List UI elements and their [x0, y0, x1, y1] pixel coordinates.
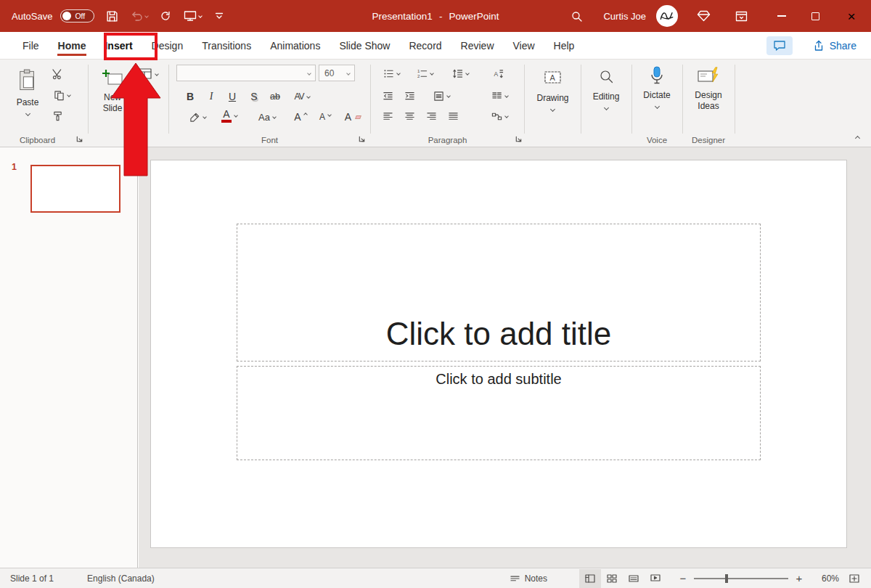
tab-slide-show[interactable]: Slide Show [330, 32, 399, 59]
zoom-slider-thumb[interactable] [725, 574, 728, 583]
tab-file[interactable]: File [13, 32, 49, 59]
tab-transitions[interactable]: Transitions [192, 32, 261, 59]
font-size-combo[interactable]: 60 [319, 65, 355, 81]
search-icon [571, 10, 583, 23]
dictate-chevron-icon [654, 104, 659, 109]
font-group-label: Font [169, 136, 370, 144]
bullets-chevron-icon [396, 71, 401, 75]
dictate-button[interactable]: Dictate [636, 62, 678, 136]
paste-button[interactable]: Paste [10, 62, 45, 136]
zoom-out-button[interactable]: − [676, 569, 690, 588]
cut-button[interactable] [49, 66, 65, 82]
language-button[interactable]: English (Canada) [87, 573, 155, 584]
user-avatar[interactable] [656, 5, 678, 27]
italic-button[interactable]: I [203, 89, 219, 105]
normal-view-button[interactable] [579, 569, 601, 588]
tab-help[interactable]: Help [544, 32, 584, 59]
clear-formatting-button[interactable]: A [342, 109, 364, 125]
convert-to-smartart-button[interactable] [487, 108, 512, 124]
search-button[interactable] [567, 0, 586, 32]
strikethrough-button[interactable]: ab [267, 89, 283, 105]
tab-record[interactable]: Record [399, 32, 451, 59]
dialog-launcher-icon [515, 135, 523, 143]
decrease-font-size-button[interactable]: A [316, 109, 335, 125]
share-button[interactable]: Share [813, 40, 856, 52]
font-name-combo[interactable] [176, 65, 316, 81]
numbered-list-icon: 12 [417, 68, 428, 79]
minimize-button[interactable] [765, 0, 798, 32]
editing-group: Editing [581, 60, 631, 147]
design-ideas-button[interactable]: Design Ideas [687, 62, 730, 136]
decrease-font-glyph: A [319, 113, 325, 121]
redo-button[interactable] [156, 0, 175, 32]
format-painter-button[interactable] [49, 108, 65, 124]
increase-indent-button[interactable] [401, 88, 417, 104]
tab-home[interactable]: Home [49, 32, 96, 59]
editing-button[interactable]: Editing [585, 62, 627, 136]
align-center-button[interactable] [401, 108, 417, 124]
text-highlight-color-button[interactable] [185, 109, 210, 125]
bold-button[interactable]: B [182, 89, 198, 105]
tab-view[interactable]: View [504, 32, 544, 59]
zoom-slider[interactable] [694, 578, 788, 579]
save-button[interactable] [102, 0, 121, 32]
justify-button[interactable] [445, 108, 461, 124]
tab-animations[interactable]: Animations [261, 32, 330, 59]
drawing-button[interactable]: A Drawing [531, 62, 575, 136]
paragraph-dialog-launcher[interactable] [513, 134, 523, 144]
presentation-screen-icon [184, 10, 197, 22]
decrease-indent-button[interactable] [380, 88, 396, 104]
line-spacing-chevron-icon [465, 71, 470, 75]
clipboard-dialog-launcher[interactable] [74, 134, 84, 144]
close-button[interactable]: × [832, 0, 871, 32]
subtitle-placeholder[interactable]: Click to add subtitle [237, 366, 761, 460]
slide-canvas[interactable]: Click to add title Click to add subtitle [150, 160, 847, 548]
font-color-button[interactable]: A [217, 107, 242, 123]
reading-view-button[interactable] [623, 569, 645, 588]
user-name: Curtis Joe [603, 11, 646, 22]
slide-show-button[interactable] [645, 569, 666, 588]
line-spacing-button[interactable] [448, 65, 473, 81]
notes-button[interactable]: Notes [510, 573, 547, 584]
dialog-launcher-icon [358, 135, 366, 143]
numbering-button[interactable]: 12 [413, 65, 436, 81]
design-ideas-label-line1: Design [695, 90, 721, 101]
character-spacing-button[interactable]: AV [288, 89, 316, 105]
premium-features-button[interactable] [694, 0, 713, 32]
slide-thumbnail[interactable] [30, 165, 120, 213]
comments-button[interactable] [766, 36, 793, 55]
underline-button[interactable]: U [224, 89, 240, 105]
text-shadow-button[interactable]: S [246, 89, 262, 105]
fit-slide-to-window-button[interactable] [843, 569, 865, 588]
character-spacing-chevron-icon [306, 94, 311, 99]
customize-quick-access-toolbar-button[interactable] [210, 0, 229, 32]
increase-font-glyph: A [294, 112, 300, 122]
text-direction-button[interactable]: A [490, 65, 506, 81]
zoom-in-button[interactable]: + [793, 569, 806, 588]
drawing-group: A Drawing [525, 60, 581, 147]
autosave-toggle[interactable]: Off [60, 9, 94, 23]
change-case-chevron-icon [272, 115, 277, 119]
change-case-button[interactable]: Aa [253, 109, 281, 125]
slide-indicator: Slide 1 of 1 [10, 573, 54, 584]
collapse-ribbon-button[interactable] [852, 133, 862, 143]
editing-label: Editing [593, 91, 620, 102]
ribbon-display-options-button[interactable] [732, 0, 751, 32]
increase-font-size-button[interactable]: A [291, 109, 310, 125]
start-presentation-button[interactable] [183, 0, 202, 32]
bullets-button[interactable] [380, 65, 403, 81]
zoom-level[interactable]: 60% [813, 573, 839, 584]
font-dialog-launcher[interactable] [356, 134, 367, 144]
align-right-button[interactable] [423, 108, 439, 124]
columns-button[interactable] [487, 88, 512, 104]
font-group: 60 B I U S ab AV A [169, 60, 370, 147]
align-text-button[interactable] [429, 88, 454, 104]
window-title: Presentation1 - PowerPoint [372, 11, 499, 22]
align-left-button[interactable] [380, 108, 396, 124]
tab-review[interactable]: Review [451, 32, 504, 59]
copy-button[interactable] [49, 87, 74, 103]
title-placeholder[interactable]: Click to add title [237, 224, 761, 362]
slide-sorter-view-button[interactable] [601, 569, 623, 588]
undo-button[interactable] [129, 0, 148, 32]
maximize-button[interactable] [798, 0, 832, 32]
